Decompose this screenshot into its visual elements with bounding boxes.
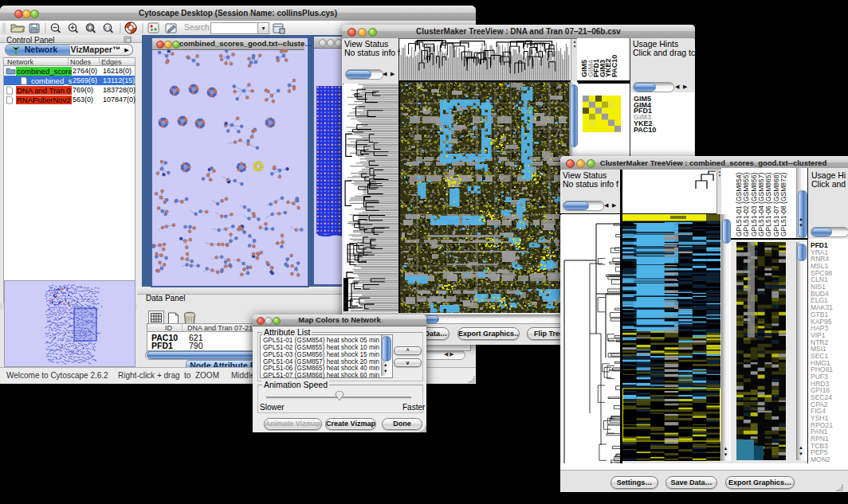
svg-text:1:1: 1:1 [104,25,111,30]
